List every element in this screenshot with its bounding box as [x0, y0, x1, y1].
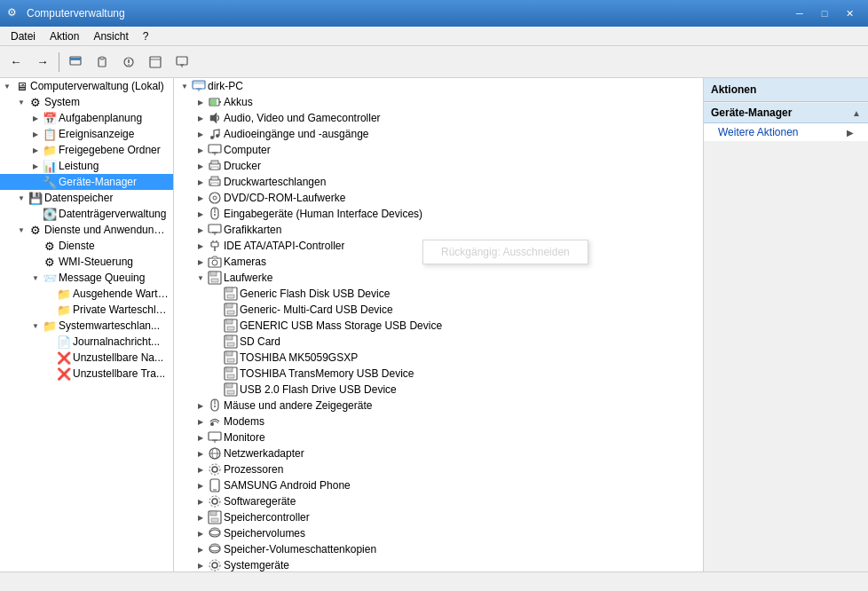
label-leistung: Leistung: [59, 160, 99, 172]
center-expander-prozessoren: ▶: [193, 462, 208, 477]
left-tree-item-aufgabenplanung[interactable]: ▶📅Aufgabenplanung: [0, 110, 173, 126]
center-tree-item-toshiba-trans[interactable]: TOSHIBA TransMemory USB Device: [174, 366, 703, 382]
center-icon-usb-flash: [224, 382, 238, 397]
center-tree-item-akkus[interactable]: ▶Akkus: [174, 94, 703, 110]
menu-datei[interactable]: Datei: [4, 28, 43, 44]
toolbar-up[interactable]: [63, 50, 88, 75]
center-label-netzwerkadapter: Netzwerkadapter: [224, 447, 304, 460]
center-tree-item-laufwerke[interactable]: ▼Laufwerke: [174, 270, 703, 286]
center-tree-item-sd-card[interactable]: SD Card: [174, 334, 703, 350]
center-tree-item-modems[interactable]: ▶Modems: [174, 414, 703, 429]
center-icon-systemgeraete: [208, 558, 222, 571]
center-icon-ide: [208, 239, 222, 253]
svg-point-20: [210, 136, 214, 139]
left-tree-item-journalnachricht[interactable]: 📄Journalnachricht...: [0, 334, 173, 350]
center-tree-item-samsung[interactable]: ▶SAMSUNG Android Phone: [174, 477, 703, 493]
center-label-audioeingaben: Audioeingänge und -ausgänge: [224, 128, 368, 140]
svg-point-44: [212, 260, 217, 265]
left-tree-item-datenspeicher[interactable]: ▼💾Datenspeicher: [0, 190, 173, 206]
center-tree: ▶Akkus▶Audio, Video und Gamecontroller▶A…: [174, 94, 703, 571]
center-tree-item-softwaregeraete[interactable]: ▶Softwaregeräte: [174, 493, 703, 509]
action-item-0-0[interactable]: Weitere Aktionen▶: [704, 123, 868, 141]
center-tree-item-dvd[interactable]: ▶DVD/CD-ROM-Laufwerke: [174, 190, 703, 206]
center-tree-item-eingabe[interactable]: ▶Eingabegeräte (Human Interface Devices): [174, 206, 703, 222]
menu-aktion[interactable]: Aktion: [43, 28, 86, 44]
action-item-arrow-0-0: ▶: [847, 128, 854, 138]
center-tree-item-druckwarteschlangen[interactable]: ▶Druckwarteschlangen: [174, 174, 703, 190]
center-tree-item-audio[interactable]: ▶Audio, Video und Gamecontroller: [174, 110, 703, 126]
left-tree-item-computerverwaltung[interactable]: ▼🖥Computerverwaltung (Lokal): [0, 78, 173, 94]
expander-leistung: ▶: [28, 159, 43, 173]
maximize-button[interactable]: □: [813, 4, 836, 22]
center-tree-item-speicher-volumen[interactable]: ▶Speicher-Volumeschattenkopien: [174, 541, 703, 557]
center-tree-item-computer[interactable]: ▶Computer: [174, 142, 703, 158]
center-tree-item-drucker[interactable]: ▶Drucker: [174, 158, 703, 174]
icon-systemwarteschlan: 📁: [43, 319, 57, 333]
center-root-expander: ▼: [178, 79, 192, 93]
left-tree-item-wmi[interactable]: ⚙WMI-Steuerung: [0, 254, 173, 270]
toolbar-clipboard[interactable]: [90, 50, 114, 75]
center-tree-item-generic-usb-mass[interactable]: GENERIC USB Mass Storage USB Device: [174, 318, 703, 334]
expander-aufgabenplanung: ▶: [28, 111, 43, 125]
center-tree-item-toshiba-mk[interactable]: TOSHIBA MK5059GSXP: [174, 350, 703, 366]
center-tree-item-speichervolumes[interactable]: ▶Speichervolumes: [174, 525, 703, 541]
center-expander-netzwerkadapter: ▶: [193, 446, 208, 461]
action-group-header-0[interactable]: Geräte-Manager▲: [704, 103, 868, 123]
icon-unzustellbare-n: ❌: [57, 351, 71, 365]
left-tree-item-unzustellbare-t[interactable]: ❌Unzustellbare Tra...: [0, 366, 173, 382]
left-tree-item-system[interactable]: ▼⚙System: [0, 94, 173, 110]
icon-message-queuing: 📨: [43, 271, 57, 285]
left-tree-item-geraete-manager[interactable]: 🔧Geräte-Manager: [0, 174, 173, 190]
menu-bar: Datei Aktion Ansicht ?: [0, 27, 868, 46]
center-tree-item-usb-flash[interactable]: USB 2.0 Flash Drive USB Device: [174, 382, 703, 398]
expander-ausgehende: [43, 287, 57, 301]
center-root[interactable]: ▼ dirk-PC: [174, 78, 703, 94]
toolbar-forward[interactable]: →: [30, 50, 55, 75]
close-button[interactable]: ✕: [838, 4, 861, 22]
left-tree-item-leistung[interactable]: ▶📊Leistung: [0, 158, 173, 174]
svg-rect-17: [219, 101, 221, 103]
left-tree-item-unzustellbare-n[interactable]: ❌Unzustellbare Na...: [0, 350, 173, 366]
center-icon-audio: [208, 111, 222, 125]
center-expander-systemgeraete: ▶: [193, 558, 208, 571]
toolbar-properties[interactable]: [116, 50, 141, 75]
left-tree-item-message-queuing[interactable]: ▼📨Message Queuing: [0, 270, 173, 286]
center-tree-item-audioeingaben[interactable]: ▶Audioeingänge und -ausgänge: [174, 126, 703, 142]
center-expander-usb-flash: [209, 382, 224, 397]
center-tree-item-systemgeraete[interactable]: ▶Systemgeräte: [174, 557, 703, 571]
center-label-generic-multi: Generic- Multi-Card USB Device: [240, 303, 393, 316]
left-tree-item-datentraeger[interactable]: 💽Datenträgerverwaltung: [0, 206, 173, 222]
label-datentraeger: Datenträgerverwaltung: [59, 208, 166, 220]
left-tree-item-systemwarteschlan[interactable]: ▼📁Systemwarteschlan...: [0, 318, 173, 334]
left-tree-item-dienste[interactable]: ⚙Dienste: [0, 238, 173, 254]
center-expander-drucker: ▶: [193, 159, 208, 173]
center-tree-item-netzwerkadapter[interactable]: ▶Netzwerkadapter: [174, 445, 703, 461]
center-tree-item-monitore[interactable]: ▶Monitore: [174, 429, 703, 445]
svg-rect-39: [211, 242, 218, 247]
center-tree-item-grafikkarten[interactable]: ▶Grafikkarten: [174, 222, 703, 238]
left-tree-item-ereignisanzeige[interactable]: ▶📋Ereignisanzeige: [0, 126, 173, 142]
left-tree-item-freigegebene[interactable]: ▶📁Freigegebene Ordner: [0, 142, 173, 158]
center-tree-item-generic-multi[interactable]: Generic- Multi-Card USB Device: [174, 302, 703, 318]
center-tree-item-prozessoren[interactable]: ▶Prozessoren: [174, 461, 703, 477]
svg-point-93: [209, 560, 220, 571]
center-tree-item-generic-flash[interactable]: Generic Flash Disk USB Device: [174, 286, 703, 302]
left-tree-item-dienste-anwendungen[interactable]: ▼⚙Dienste und Anwendungen: [0, 222, 173, 238]
left-tree-item-ausgehende[interactable]: 📁Ausgehende Wartes...: [0, 286, 173, 302]
expander-datentraeger: [28, 207, 43, 221]
svg-marker-19: [210, 113, 217, 123]
center-expander-modems: ▶: [193, 414, 208, 429]
toolbar-back[interactable]: ←: [4, 50, 28, 75]
left-tree-item-private[interactable]: 📁Private Warteschlan...: [0, 302, 173, 318]
toolbar-help[interactable]: [143, 50, 168, 75]
menu-help[interactable]: ?: [136, 28, 156, 44]
menu-ansicht[interactable]: Ansicht: [86, 28, 135, 44]
toolbar-monitor[interactable]: [170, 50, 194, 75]
center-label-speichercontroller: Speichercontroller: [224, 511, 310, 524]
center-label-eingabe: Eingabegeräte (Human Interface Devices): [224, 208, 422, 220]
center-tree-item-speichercontroller[interactable]: ▶Speichercontroller: [174, 509, 703, 525]
minimize-button[interactable]: ─: [788, 4, 811, 22]
icon-journalnachricht: 📄: [57, 335, 71, 349]
center-tree-item-maeuse[interactable]: ▶Mäuse und andere Zeigegeräte: [174, 398, 703, 414]
center-icon-laufwerke: [208, 271, 222, 285]
